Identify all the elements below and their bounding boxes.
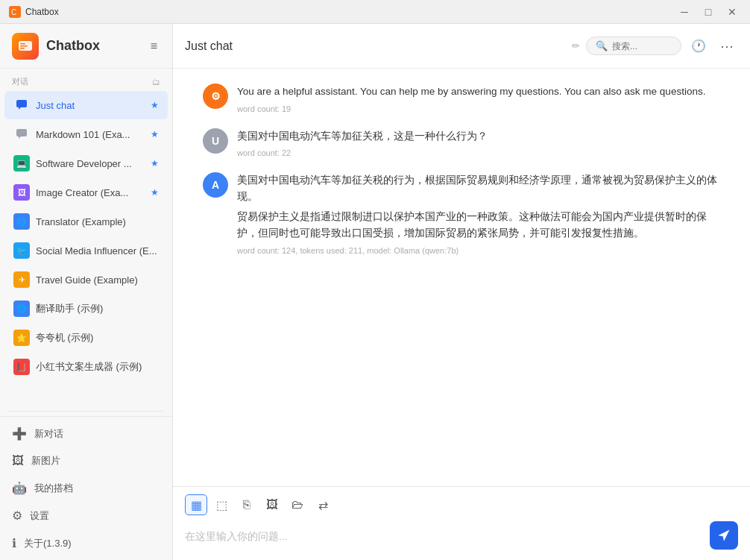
sidebar-item-label: Markdown 101 (Exa... — [36, 129, 148, 140]
send-icon — [717, 529, 731, 542]
message-text: 美国对中国电动汽车等加征关税，这是一种什么行为？ — [237, 128, 720, 145]
svg-rect-4 — [20, 45, 28, 47]
sidebar-item-exam-helper[interactable]: ⭐ 夸夸机 (示例) — [4, 324, 168, 352]
item-avatar: 📕 — [13, 359, 30, 375]
sidebar: Chatbox ≡ 对话 🗂 Just chat ★ Markdown 101 … — [0, 24, 173, 560]
app-name: Chatbox — [46, 38, 148, 54]
sidebar-menu-button[interactable]: ≡ — [148, 37, 160, 56]
message-text: 美国对中国电动汽车等加征关税的行为，根据国际贸易规则和经济学原理，通常被视为贸易… — [237, 172, 720, 241]
chat-header: Just chat ✏ 🔍 🕐 ⋯ — [173, 24, 750, 69]
search-box[interactable]: 🔍 — [586, 37, 681, 55]
new-chat-icon: ➕ — [12, 427, 27, 441]
more-options-button[interactable]: ⋯ — [716, 35, 738, 57]
chat-icon — [13, 126, 30, 142]
sidebar-item-xiaohongshu[interactable]: 📕 小红书文案生成器 (示例) — [4, 353, 168, 381]
my-assistant-icon: 🤖 — [12, 481, 27, 495]
message-content: 美国对中国电动汽车等加征关税的行为，根据国际贸易规则和经济学原理，通常被视为贸易… — [237, 172, 720, 254]
svg-text:C: C — [11, 8, 16, 16]
sidebar-item-markdown-101[interactable]: Markdown 101 (Exa... ★ — [4, 120, 168, 148]
sidebar-item-label: Just chat — [36, 100, 148, 111]
message-avatar: U — [203, 128, 228, 154]
folder-btn[interactable]: 🗁 — [286, 494, 309, 515]
svg-rect-6 — [16, 100, 27, 107]
sidebar-item-translator[interactable]: 🌐 Translator (Example) — [4, 207, 168, 236]
sidebar-item-just-chat[interactable]: Just chat ★ — [4, 91, 168, 119]
new-image-icon: 🖼 — [12, 454, 24, 468]
send-button[interactable] — [710, 521, 738, 550]
chat-title: Just chat — [185, 40, 563, 53]
sidebar-item-software-dev[interactable]: 💻 Software Developer ... ★ — [4, 149, 168, 177]
bottom-item-new-image[interactable]: 🖼 新图片 — [0, 447, 172, 474]
sidebar-item-label: Social Media Influencer (E... — [36, 245, 159, 257]
sidebar-bottom: ➕ 新对话🖼 新图片🤖 我的搭档⚙ 设置ℹ 关于(1.3.9) — [0, 416, 172, 560]
item-avatar: ✈ — [13, 271, 30, 288]
about-icon: ℹ — [12, 536, 16, 550]
item-avatar: 🌐 — [13, 213, 30, 230]
message-avatar: ⚙ — [203, 84, 228, 109]
sidebar-item-image-creator[interactable]: 🖼 Image Creator (Exa... ★ — [4, 178, 168, 207]
bottom-item-settings[interactable]: ⚙ 设置 — [0, 502, 172, 529]
settings-icon: ⚙ — [12, 509, 22, 523]
star-icon: ★ — [151, 129, 159, 139]
message-meta: word count: 22 — [237, 148, 720, 157]
sidebar-item-travel-guide[interactable]: ✈ Travel Guide (Example) — [4, 265, 168, 294]
archive-icon[interactable]: 🗂 — [152, 78, 160, 86]
svg-rect-5 — [20, 48, 25, 49]
bottom-item-label: 新图片 — [31, 454, 60, 468]
sidebar-item-translator-cn[interactable]: 🌐 翻译助手 (示例) — [4, 295, 168, 323]
sidebar-header: Chatbox ≡ — [0, 24, 172, 69]
template-btn[interactable]: ▦ — [185, 494, 207, 515]
bottom-item-label: 关于(1.3.9) — [24, 537, 72, 550]
message-avatar: A — [203, 172, 228, 198]
bottom-item-about[interactable]: ℹ 关于(1.3.9) — [0, 529, 172, 557]
app-logo — [12, 33, 39, 60]
star-icon: ★ — [151, 187, 159, 198]
sidebar-item-label: 夸夸机 (示例) — [36, 331, 159, 345]
select-btn[interactable]: ⬚ — [210, 494, 233, 515]
history-button[interactable]: 🕐 — [687, 35, 710, 57]
close-button[interactable]: ✕ — [723, 4, 741, 19]
chat-icon — [13, 97, 30, 113]
message-content: 美国对中国电动汽车等加征关税，这是一种什么行为？ word count: 22 — [237, 128, 720, 158]
star-icon: ★ — [151, 100, 159, 110]
input-toolbar: ▦⬚⎘🖼🗁⇄ — [185, 494, 738, 515]
titlebar-app-name: Chatbox — [25, 7, 59, 17]
maximize-button[interactable]: □ — [699, 4, 717, 19]
item-avatar: ⭐ — [13, 330, 30, 346]
item-avatar: 🐦 — [13, 242, 30, 259]
sidebar-divider — [9, 411, 163, 412]
sidebar-item-social-media[interactable]: 🐦 Social Media Influencer (E... — [4, 236, 168, 265]
sidebar-item-label: Travel Guide (Example) — [36, 274, 159, 286]
message-meta: word count: 19 — [237, 104, 720, 113]
minimize-button[interactable]: ─ — [675, 4, 693, 19]
conversations-section: 对话 🗂 — [0, 69, 172, 90]
bottom-item-label: 我的搭档 — [34, 482, 73, 495]
sidebar-item-label: 小红书文案生成器 (示例) — [36, 360, 159, 374]
bottom-item-new-chat[interactable]: ➕ 新对话 — [0, 420, 172, 447]
message-input[interactable] — [185, 530, 702, 541]
message-row: U 美国对中国电动汽车等加征关税，这是一种什么行为？ word count: 2… — [203, 128, 720, 158]
chat-list: Just chat ★ Markdown 101 (Exa... ★ 💻 Sof… — [0, 90, 172, 406]
item-avatar: 🖼 — [13, 184, 30, 201]
message-meta: word count: 124, tokens used: 211, model… — [237, 246, 720, 255]
bottom-item-label: 新对话 — [34, 427, 63, 441]
star-icon: ★ — [151, 158, 159, 169]
svg-rect-3 — [20, 43, 25, 45]
search-input[interactable] — [612, 41, 672, 51]
sidebar-item-label: Translator (Example) — [36, 216, 159, 227]
edit-title-icon[interactable]: ✏ — [572, 40, 580, 51]
messages-container: ⚙ You are a helpful assistant. You can h… — [173, 69, 750, 486]
copy-btn[interactable]: ⎘ — [236, 494, 258, 515]
sidebar-item-label: Image Creator (Exa... — [36, 187, 148, 198]
function-btn[interactable]: ⇄ — [312, 494, 334, 515]
message-row: A 美国对中国电动汽车等加征关税的行为，根据国际贸易规则和经济学原理，通常被视为… — [203, 172, 720, 254]
chat-area: Just chat ✏ 🔍 🕐 ⋯ ⚙ You are a helpful as… — [173, 24, 750, 560]
input-row — [185, 521, 738, 550]
input-area: ▦⬚⎘🖼🗁⇄ — [173, 486, 750, 560]
bottom-item-label: 设置 — [30, 509, 49, 523]
sidebar-item-label: 翻译助手 (示例) — [36, 302, 159, 315]
image-btn[interactable]: 🖼 — [261, 494, 283, 515]
item-avatar: 💻 — [13, 155, 30, 172]
message-row: ⚙ You are a helpful assistant. You can h… — [203, 84, 720, 113]
bottom-item-my-assistant[interactable]: 🤖 我的搭档 — [0, 474, 172, 502]
